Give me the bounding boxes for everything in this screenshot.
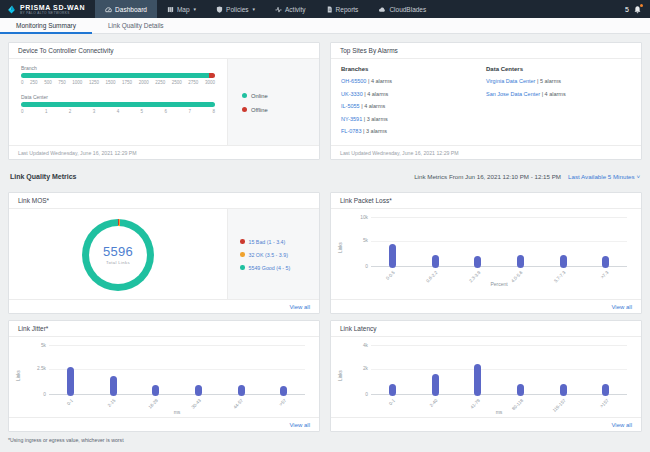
mos-legend: 15 Bad (1 - 3.4)32 OK (3.5 - 3.9)5549 Go… bbox=[227, 209, 319, 300]
link-mos-card: Link MOS* 5596 Total Links 15 Bad (1 - 3… bbox=[8, 192, 320, 314]
tab-link-quality-details[interactable]: Link Quality Details bbox=[92, 18, 180, 33]
shield-icon bbox=[216, 6, 223, 13]
axis-tick: 8 bbox=[212, 109, 215, 114]
branch-connectivity-chart: Branch 025050075010001250150017502000225… bbox=[21, 65, 215, 85]
dashboard-icon bbox=[105, 6, 112, 13]
link-mos-title: Link MOS* bbox=[9, 193, 319, 209]
y-tick: 10k bbox=[360, 215, 368, 220]
axis-tick: 1500 bbox=[105, 80, 115, 85]
site-link[interactable]: NY-3591 bbox=[341, 116, 362, 122]
y-axis-title: Links bbox=[338, 370, 343, 381]
mos-legend-row[interactable]: 5549 Good (4 - 5) bbox=[240, 265, 319, 271]
site-row: IL-5055 | 4 alarms bbox=[341, 103, 486, 109]
connectivity-last-updated: Last Updated Wednesday, June 16, 2021 12… bbox=[9, 145, 319, 159]
x-tick-label: 80-118 bbox=[511, 398, 524, 411]
prisma-logo[interactable]: PRISMA SD-WAN BY PALO ALTO NETWORKS bbox=[0, 0, 95, 18]
data-center-connectivity-chart: Data Center 012345678 bbox=[21, 94, 215, 114]
top-sites-title: Top Sites By Alarms bbox=[331, 43, 641, 59]
nav-cloudblades-label: CloudBlades bbox=[389, 6, 426, 13]
bar-2-15[interactable] bbox=[110, 376, 117, 396]
site-link[interactable]: FL-0783 bbox=[341, 128, 362, 134]
latency-chart: Links 4k2k0 0-12-4041-7980-118119-157>15… bbox=[331, 337, 641, 415]
branch-bar[interactable] bbox=[21, 73, 215, 78]
site-link[interactable]: OH-65500 bbox=[341, 78, 366, 84]
total-links-value: 5596 bbox=[103, 244, 133, 259]
site-row: Virginia Data Center | 5 alarms bbox=[486, 78, 631, 84]
site-link[interactable]: San Jose Data Center bbox=[486, 91, 540, 97]
top-nav-bar: PRISMA SD-WAN BY PALO ALTO NETWORKS Dash… bbox=[0, 0, 650, 18]
link-quality-section-header: Link Quality Metrics Link Metrics From J… bbox=[0, 163, 650, 189]
online-dot-icon bbox=[242, 93, 247, 98]
legend-offline: Offline bbox=[242, 107, 319, 113]
brand-title: PRISMA SD-WAN bbox=[20, 4, 85, 11]
donut-zone: 5596 Total Links bbox=[9, 209, 227, 300]
connectivity-charts: Branch 025050075010001250150017502000225… bbox=[9, 59, 227, 146]
axis-tick: 1250 bbox=[89, 80, 99, 85]
site-link[interactable]: Virginia Data Center bbox=[486, 78, 535, 84]
brand-subtitle: BY PALO ALTO NETWORKS bbox=[20, 11, 85, 15]
metrics-range-text: Link Metrics From Jun 16, 2021 12:10 PM … bbox=[414, 173, 561, 180]
y-axis-ticks: 10k5k0 bbox=[357, 217, 371, 267]
axis-tick: 3 bbox=[93, 109, 96, 114]
bar-0-0.5[interactable] bbox=[389, 244, 396, 268]
data-center-label: Data Center bbox=[21, 94, 215, 100]
axis-tick: 500 bbox=[44, 80, 52, 85]
packet-loss-view-all-link[interactable]: View all bbox=[331, 299, 641, 313]
link-mos-body: 5596 Total Links 15 Bad (1 - 3.4)32 OK (… bbox=[9, 209, 319, 300]
y-tick: 0 bbox=[365, 264, 368, 269]
notification-bell-icon[interactable] bbox=[633, 5, 642, 14]
legend-online: Online bbox=[242, 93, 319, 99]
x-tick-label: 4.0-5.6 bbox=[510, 270, 523, 283]
nav-policies[interactable]: Policies ▾ bbox=[206, 0, 265, 18]
jitter-view-all-link[interactable]: View all bbox=[9, 417, 319, 431]
nav-activity[interactable]: Activity bbox=[265, 0, 316, 18]
x-tick-label: 30-43 bbox=[190, 398, 202, 410]
y-tick: 5k bbox=[363, 238, 368, 243]
data-center-bar[interactable] bbox=[21, 102, 215, 107]
x-axis-labels: 0-12-1516-2930-4344-57>57 bbox=[49, 395, 305, 410]
latency-view-all-link[interactable]: View all bbox=[331, 417, 641, 431]
bar-41-79[interactable] bbox=[474, 364, 481, 396]
axis-tick: 2250 bbox=[155, 80, 165, 85]
alarm-count-badge: 5 bbox=[625, 6, 629, 13]
x-tick-label: 0-1 bbox=[388, 398, 396, 406]
alarm-count-text: | 5 alarms bbox=[535, 78, 561, 84]
range-selector-dropdown[interactable]: Last Available 5 Minutes ˅ bbox=[568, 173, 640, 180]
bar-0-1[interactable] bbox=[67, 367, 74, 396]
mos-legend-row[interactable]: 32 OK (3.5 - 3.9) bbox=[240, 252, 319, 258]
site-row: FL-0783 | 3 alarms bbox=[341, 128, 486, 134]
main-nav: Dashboard Map ▾ Policies ▾ Activity Repo… bbox=[95, 0, 436, 18]
x-tick-label: 5.7-7.3 bbox=[553, 270, 566, 283]
mos-view-all-link[interactable]: View all bbox=[9, 299, 319, 313]
tab-monitoring-summary[interactable]: Monitoring Summary bbox=[0, 18, 92, 33]
axis-tick: 5 bbox=[141, 109, 144, 114]
mos-legend-row[interactable]: 15 Bad (1 - 3.4) bbox=[240, 239, 319, 245]
axis-tick: 2000 bbox=[139, 80, 149, 85]
data-centers-list: Virginia Data Center | 5 alarmsSan Jose … bbox=[486, 78, 631, 97]
mos-donut-chart[interactable]: 5596 Total Links bbox=[82, 219, 154, 291]
site-row: UK-3330 | 4 alarms bbox=[341, 91, 486, 97]
branches-column: Branches OH-65500 | 4 alarmsUK-3330 | 4 … bbox=[341, 66, 486, 141]
data-center-axis-ticks: 012345678 bbox=[21, 109, 215, 114]
axis-tick: 7 bbox=[188, 109, 191, 114]
site-link[interactable]: IL-5055 bbox=[341, 103, 360, 109]
nav-dashboard[interactable]: Dashboard bbox=[95, 0, 157, 18]
y-tick: 2.5k bbox=[37, 366, 46, 371]
legend-dot-icon bbox=[240, 239, 245, 244]
x-tick-label: 0.6-2.2 bbox=[425, 270, 438, 283]
notification-dot bbox=[640, 4, 643, 7]
bar-2-40[interactable] bbox=[432, 374, 439, 396]
offline-segment bbox=[209, 73, 215, 78]
data-centers-header: Data Centers bbox=[486, 66, 631, 72]
axis-tick: 0 bbox=[21, 80, 24, 85]
nav-reports-label: Reports bbox=[336, 6, 359, 13]
nav-reports[interactable]: Reports bbox=[316, 0, 369, 18]
axis-tick: 4 bbox=[117, 109, 120, 114]
plot-area bbox=[371, 345, 627, 395]
nav-map[interactable]: Map ▾ bbox=[157, 0, 206, 18]
x-tick-label: 44-57 bbox=[233, 398, 245, 410]
nav-cloudblades[interactable]: CloudBlades bbox=[368, 0, 436, 18]
range-wrap: Link Metrics From Jun 16, 2021 12:10 PM … bbox=[414, 173, 640, 180]
site-link[interactable]: UK-3330 bbox=[341, 91, 363, 97]
y-tick: 4k bbox=[363, 343, 368, 348]
